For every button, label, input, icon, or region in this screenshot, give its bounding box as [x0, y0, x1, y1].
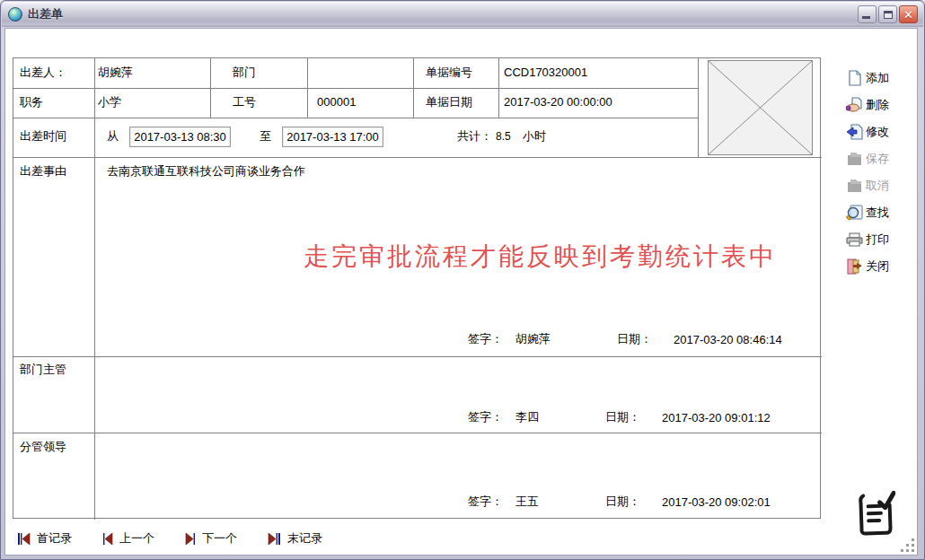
- next-record-button[interactable]: 下一个: [185, 530, 237, 547]
- find-label: 查找: [866, 205, 889, 221]
- empty-photo-cross-icon: [709, 61, 812, 154]
- app-window: 出差单 ✕ 出差人： 胡婉萍 部门 单据编号 CCD170320001 职务 小…: [0, 0, 925, 560]
- traveler-label: 出差人：: [20, 57, 66, 87]
- position-label: 职务: [20, 87, 43, 117]
- total-label: 共计：: [457, 117, 492, 156]
- signer-name: 李四: [515, 409, 539, 425]
- minimize-button[interactable]: [858, 5, 877, 23]
- close-form-label: 关闭: [866, 258, 889, 275]
- traveler-value: 胡婉萍: [98, 57, 133, 87]
- signer-name: 王五: [515, 494, 539, 510]
- delete-button[interactable]: 删除: [846, 96, 918, 114]
- first-record-button[interactable]: 首记录: [17, 530, 72, 547]
- sign-date: 2017-03-20 08:46:14: [674, 333, 782, 346]
- delete-hand-page-icon: [846, 97, 863, 113]
- emp-no-value: 000001: [317, 87, 356, 117]
- record-navigator: 首记录 上一个 下一个 末记录: [17, 529, 353, 547]
- first-record-label: 首记录: [37, 530, 72, 547]
- sign-label: 签字：: [468, 409, 503, 425]
- search-icon: [846, 205, 863, 221]
- first-record-icon: [17, 533, 31, 545]
- leader-label: 分管领导: [20, 439, 66, 455]
- resize-grip[interactable]: [899, 538, 914, 552]
- action-toolbar: 添加 删除 修改 保存: [846, 69, 918, 284]
- titlebar[interactable]: 出差单 ✕: [2, 2, 923, 27]
- last-record-button[interactable]: 末记录: [268, 530, 322, 547]
- window-title: 出差单: [28, 6, 63, 22]
- sign-label: 签字：: [468, 494, 503, 510]
- photo-placeholder[interactable]: [708, 60, 813, 155]
- reason-label: 出差事由: [20, 163, 66, 179]
- next-record-icon: [185, 533, 196, 545]
- time-label: 出差时间: [20, 117, 66, 156]
- time-from-input[interactable]: [129, 127, 231, 147]
- delete-label: 删除: [866, 97, 889, 113]
- app-orb-icon: [8, 7, 22, 22]
- next-record-label: 下一个: [202, 530, 237, 547]
- doc-no-value: CCD170320001: [504, 57, 587, 87]
- dept-label: 部门: [233, 57, 256, 87]
- total-hours-value: 8.5: [496, 117, 511, 156]
- save-icon: [846, 151, 863, 167]
- time-to-input[interactable]: [282, 127, 383, 147]
- save-button[interactable]: 保存: [846, 150, 918, 168]
- save-label: 保存: [866, 151, 889, 167]
- exit-door-icon: [846, 258, 863, 275]
- prev-record-label: 上一个: [119, 530, 154, 547]
- print-label: 打印: [866, 232, 889, 248]
- prev-record-button[interactable]: 上一个: [102, 530, 154, 547]
- maximize-icon: [884, 11, 893, 19]
- total-unit: 小时: [523, 117, 546, 156]
- leader-signature-row: 签字： 王五 日期： 2017-03-20 09:02:01: [468, 494, 771, 510]
- doc-date-label: 单据日期: [426, 87, 472, 117]
- minimize-icon: [862, 16, 870, 19]
- time-to-label: 至: [260, 117, 271, 156]
- cancel-icon: [846, 178, 863, 194]
- last-record-label: 末记录: [287, 530, 322, 547]
- modify-label: 修改: [866, 124, 889, 140]
- manager-signature-row: 签字： 李四 日期： 2017-03-20 09:01:12: [468, 409, 771, 425]
- new-page-icon: [846, 70, 863, 86]
- signer-name: 胡婉萍: [515, 331, 551, 347]
- reason-value: 去南京联通互联科技公司商谈业务合作: [107, 163, 305, 179]
- approval-watermark: 走完审批流程才能反映到考勤统计表中: [304, 240, 777, 274]
- sign-date: 2017-03-20 09:01:12: [662, 411, 771, 424]
- date-label: 日期：: [617, 331, 652, 347]
- cancel-button[interactable]: 取消: [846, 177, 918, 195]
- modify-arrow-page-icon: [846, 124, 863, 140]
- add-button[interactable]: 添加: [846, 69, 918, 87]
- doc-no-label: 单据编号: [426, 57, 472, 87]
- sign-label: 签字：: [468, 331, 503, 347]
- cancel-label: 取消: [866, 178, 889, 194]
- maximize-button[interactable]: [878, 5, 897, 23]
- sign-date: 2017-03-20 09:02:01: [662, 495, 771, 509]
- find-button[interactable]: 查找: [846, 204, 918, 222]
- doc-date-value: 2017-03-20 00:00:00: [504, 87, 612, 117]
- emp-no-label: 工号: [233, 87, 256, 117]
- position-value: 小学: [98, 87, 121, 117]
- close-button[interactable]: ✕: [899, 5, 918, 23]
- traveler-signature-row: 签字： 胡婉萍 日期： 2017-03-20 08:46:14: [468, 331, 782, 347]
- prev-record-icon: [102, 533, 113, 545]
- manager-label: 部门主管: [20, 362, 66, 378]
- printer-icon: [846, 232, 863, 248]
- print-button[interactable]: 打印: [846, 231, 918, 249]
- modify-button[interactable]: 修改: [846, 123, 918, 141]
- add-label: 添加: [866, 70, 889, 86]
- date-label: 日期：: [605, 494, 640, 510]
- notepad-check-icon: [856, 487, 897, 542]
- close-icon: ✕: [903, 9, 913, 21]
- close-form-button[interactable]: 关闭: [846, 258, 918, 276]
- date-label: 日期：: [605, 409, 640, 425]
- time-from-label: 从: [107, 117, 119, 156]
- last-record-icon: [268, 533, 281, 545]
